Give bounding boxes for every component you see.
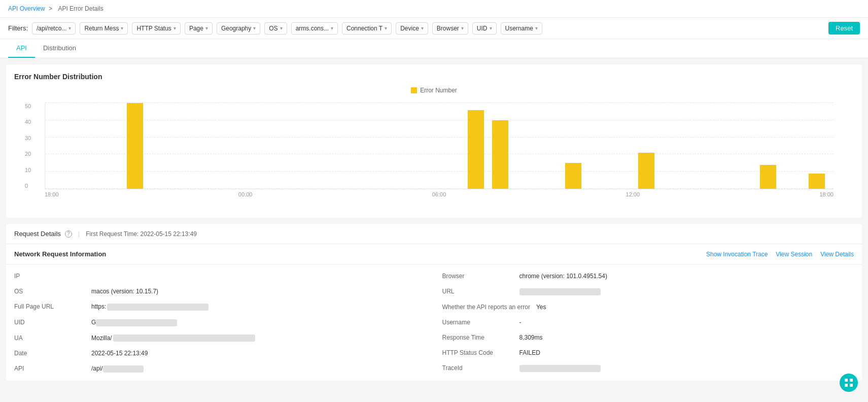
separator: | (78, 230, 80, 238)
chevron-down-icon: ▾ (385, 25, 387, 31)
info-value-os: macos (version: 10.15.7) (91, 288, 158, 295)
info-key-username: Username (442, 319, 513, 326)
action-links: Show Invocation Trace View Session View … (706, 251, 854, 258)
info-key-ua: UA (14, 334, 85, 342)
chevron-down-icon: ▾ (205, 25, 208, 31)
filter-arms-cons[interactable]: arms.cons... ▾ (291, 22, 338, 35)
info-value-url (519, 288, 601, 295)
show-invocation-trace-link[interactable]: Show Invocation Trace (706, 251, 768, 258)
bar-item (659, 103, 682, 189)
bar-item (537, 103, 561, 189)
tab-distribution[interactable]: Distribution (35, 39, 84, 58)
filter-browser[interactable]: Browser ▾ (432, 22, 468, 35)
filter-api-path[interactable]: /api/retco... ▾ (32, 22, 76, 35)
breadcrumb-parent[interactable]: API Overview (8, 5, 45, 12)
bar (809, 174, 825, 189)
chart-container: 0 10 20 30 40 50 18:00 00:00 06:00 12 (14, 98, 854, 210)
info-value-username: - (519, 319, 522, 326)
bar-item (415, 103, 439, 189)
chevron-down-icon: ▾ (461, 25, 464, 31)
svg-rect-3 (850, 384, 853, 387)
chart-section: Error Number Distribution Error Number 0… (6, 64, 862, 218)
network-info-title: Network Request Information (14, 250, 106, 258)
bar-item (245, 103, 268, 189)
info-row-api-reports-error: Whether the API reports an error Yes (442, 299, 854, 315)
bar-item (610, 103, 634, 189)
info-grid: IP OS macos (version: 10.15.7) Full Page… (6, 264, 862, 381)
chevron-down-icon: ▾ (421, 25, 424, 31)
request-details-section: Request Details ? | First Request Time: … (6, 224, 862, 381)
filter-http-status[interactable]: HTTP Status ▾ (132, 22, 180, 35)
chevron-down-icon: ▾ (331, 25, 333, 31)
bar-item (440, 103, 463, 189)
bar (468, 110, 484, 189)
bar-item (464, 103, 488, 189)
filters-bar: Filters: /api/retco... ▾ Return Mess ▾ H… (0, 18, 868, 39)
info-value-traceid (519, 364, 601, 372)
first-request-time: First Request Time: 2022-05-15 22:13:49 (86, 230, 197, 238)
bar (127, 103, 143, 189)
info-key-api-reports-error: Whether the API reports an error (442, 304, 530, 311)
bar-item (683, 103, 707, 189)
chevron-down-icon: ▾ (121, 25, 123, 31)
bar-item (562, 103, 585, 189)
bar-item (708, 103, 731, 189)
info-row-date: Date 2022-05-15 22:13:49 (14, 346, 426, 361)
bar-item (732, 103, 755, 189)
filter-device[interactable]: Device ▾ (396, 22, 428, 35)
info-key-os: OS (14, 288, 85, 295)
bar-item (367, 103, 390, 189)
request-details-title: Request Details (14, 230, 61, 238)
info-row-browser: Browser chrome (version: 101.0.4951.54) (442, 269, 854, 284)
x-axis: 18:00 00:00 06:00 12:00 18:00 (45, 189, 834, 197)
filter-uid[interactable]: UID ▾ (472, 22, 497, 35)
info-row-username: Username - (442, 315, 854, 330)
breadcrumb: API Overview > API Error Details (0, 0, 868, 18)
info-value-response-time: 8,309ms (519, 334, 543, 341)
info-icon[interactable]: ? (65, 230, 72, 238)
bars-container (45, 103, 834, 189)
view-details-link[interactable]: View Details (820, 251, 854, 258)
info-row-uid: UID G (14, 315, 426, 330)
bar-item (513, 103, 536, 189)
bar-item (586, 103, 609, 189)
bar (492, 120, 508, 189)
tabs-bar: API Distribution (0, 39, 868, 58)
chevron-down-icon: ▾ (535, 25, 538, 31)
info-key-fullpageurl: Full Page URL (14, 303, 85, 310)
view-session-link[interactable]: View Session (776, 251, 812, 258)
reset-button[interactable]: Reset (828, 22, 860, 35)
legend-label: Error Number (420, 87, 457, 94)
bar-item (805, 103, 828, 189)
info-key-uid: UID (14, 319, 85, 326)
tab-api[interactable]: API (8, 39, 35, 58)
filter-username[interactable]: Username ▾ (501, 22, 542, 35)
info-key-ip: IP (14, 273, 85, 280)
svg-rect-2 (845, 384, 848, 387)
bar-item (99, 103, 122, 189)
info-row-traceid: TraceId (442, 360, 854, 376)
filter-connection[interactable]: Connection T ▾ (342, 22, 392, 35)
filter-return-mess[interactable]: Return Mess ▾ (80, 22, 128, 35)
filters-label: Filters: (8, 24, 28, 32)
info-value-fullpageurl: https: (91, 303, 209, 311)
info-key-http-status-code: HTTP Status Code (442, 349, 513, 356)
legend-color-dot (411, 87, 417, 93)
info-value-uid: G (91, 319, 177, 326)
info-row-response-time: Response Time 8,309ms (442, 330, 854, 345)
bar-item (196, 103, 220, 189)
bar-item (391, 103, 414, 189)
bar-item (294, 103, 317, 189)
y-axis: 0 10 20 30 40 50 (25, 103, 31, 189)
chart-legend: Error Number (14, 87, 854, 94)
info-row-http-status-code: HTTP Status Code FAILED (442, 345, 854, 360)
info-column-left: IP OS macos (version: 10.15.7) Full Page… (6, 269, 434, 377)
info-value-date: 2022-05-15 22:13:49 (91, 350, 148, 357)
filter-geography[interactable]: Geography ▾ (217, 22, 260, 35)
filter-os[interactable]: OS ▾ (264, 22, 287, 35)
filter-page[interactable]: Page ▾ (185, 22, 213, 35)
info-value-api-reports-error: Yes (536, 304, 546, 311)
network-info-header: Network Request Information Show Invocat… (6, 244, 862, 264)
request-details-header: Request Details ? | First Request Time: … (6, 224, 862, 244)
chevron-down-icon: ▾ (68, 25, 71, 31)
